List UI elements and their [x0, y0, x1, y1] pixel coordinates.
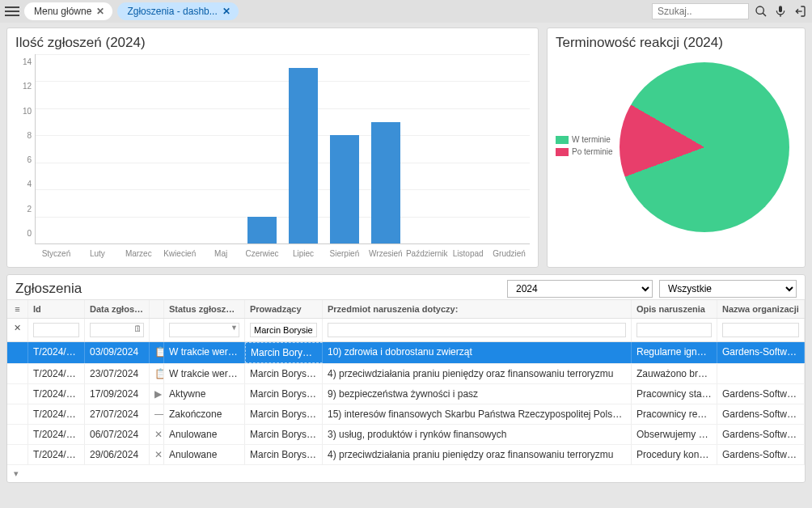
grid-header: ≡ Id Data zgłoszenia Status zgłoszenia▲ …: [7, 299, 805, 319]
x-tick: Wrzesień: [369, 249, 403, 258]
table-row[interactable]: T/2024/07/3103/09/2024📋W trakcie weryfik…: [7, 342, 805, 364]
y-axis: 14121086420: [15, 54, 35, 260]
tab-label: Zgłoszenia - dashb...: [127, 6, 217, 17]
status-icon: ✕: [154, 449, 164, 460]
table-row[interactable]: T/2024/07/6017/09/2024▶AktywneMarcin Bor…: [7, 384, 805, 404]
table-row[interactable]: T/2024/07/4623/07/2024📋W trakcie weryfik…: [7, 364, 805, 384]
chart-title: Terminowość reakcji (2024): [556, 35, 797, 51]
filter-subject[interactable]: [328, 323, 626, 337]
bar: [330, 135, 359, 243]
menu-icon[interactable]: [5, 4, 19, 19]
filter-lead[interactable]: [250, 323, 317, 337]
year-select[interactable]: 2024: [507, 280, 653, 298]
mic-icon[interactable]: [773, 4, 788, 19]
filter-status[interactable]: [169, 323, 239, 337]
table-row[interactable]: T/2024/07/4106/07/2024✕AnulowaneMarcin B…: [7, 425, 805, 445]
svg-line-1: [763, 13, 766, 16]
legend-item: Po terminie: [556, 147, 613, 156]
status-icon: ▶: [154, 388, 164, 400]
bar-chart-card: Ilość zgłoszeń (2024) 14121086420 Stycze…: [6, 28, 539, 268]
tab-dashboard[interactable]: Zgłoszenia - dashb... ✕: [117, 2, 238, 20]
grid-body: T/2024/07/3103/09/2024📋W trakcie weryfik…: [7, 342, 805, 465]
chevron-down-icon[interactable]: ▼: [230, 324, 238, 332]
x-tick: Marzec: [125, 249, 152, 258]
clear-filter-icon[interactable]: ✕: [7, 319, 28, 341]
filter-desc[interactable]: [636, 323, 712, 337]
status-icon: —: [154, 409, 164, 420]
x-tick: Sierpień: [330, 249, 360, 258]
chart-area: StyczeńLutyMarzecKwiecieńMajCzerwiecLipi…: [35, 54, 530, 244]
pie-legend: W terminiePo terminie: [556, 135, 613, 159]
expand-row[interactable]: ▾: [7, 465, 805, 482]
chart-title: Ilość zgłoszeń (2024): [15, 35, 530, 51]
close-icon[interactable]: ✕: [96, 6, 104, 17]
status-icon: 📋: [154, 368, 164, 379]
search-input[interactable]: [652, 3, 749, 19]
col-status[interactable]: Status zgłoszenia▲: [164, 300, 245, 318]
status-icon: ✕: [154, 429, 164, 440]
x-tick: Czerwiec: [246, 249, 279, 258]
row-options-icon[interactable]: ≡: [7, 300, 28, 318]
filter-row: ✕ 🗓 ▼: [7, 319, 805, 342]
search-icon[interactable]: [754, 4, 768, 19]
table-row[interactable]: T/2024/07/2629/06/2024✕AnulowaneMarcin B…: [7, 445, 805, 465]
col-lead[interactable]: Prowadzący: [245, 300, 323, 318]
col-org[interactable]: Nazwa organizacji: [717, 300, 805, 318]
calendar-icon[interactable]: 🗓: [133, 324, 142, 333]
pie-chart: [620, 62, 789, 232]
col-subject[interactable]: Przedmiot naruszenia dotyczy:: [323, 300, 632, 318]
x-tick: Luty: [90, 249, 105, 258]
top-toolbar: Menu główne ✕ Zgłoszenia - dashb... ✕: [0, 0, 812, 23]
legend-item: W terminie: [556, 135, 613, 144]
close-icon[interactable]: ✕: [222, 6, 230, 17]
bar: [289, 68, 318, 243]
x-tick: Styczeń: [42, 249, 71, 258]
x-tick: Listopad: [453, 249, 484, 258]
tab-label: Menu główne: [34, 6, 91, 17]
svg-rect-2: [779, 6, 782, 12]
table-panel: Zgłoszenia 2024 Wszystkie ≡ Id Data zgło…: [6, 274, 806, 483]
scope-select[interactable]: Wszystkie: [659, 280, 797, 298]
col-id[interactable]: Id: [28, 300, 85, 318]
pie-chart-card: Terminowość reakcji (2024) W terminiePo …: [547, 28, 806, 268]
x-tick: Maj: [214, 249, 227, 258]
tab-main-menu[interactable]: Menu główne ✕: [24, 2, 112, 20]
table-title: Zgłoszenia: [15, 281, 501, 297]
svg-point-0: [756, 6, 763, 14]
x-tick: Październik: [406, 249, 448, 258]
col-date[interactable]: Data zgłoszenia: [85, 300, 150, 318]
x-tick: Grudzień: [493, 249, 526, 258]
bar: [371, 122, 400, 243]
bar: [247, 217, 277, 243]
filter-id[interactable]: [33, 323, 79, 337]
x-tick: Kwiecień: [163, 249, 196, 258]
status-icon: 📋: [154, 346, 164, 358]
logout-icon[interactable]: [793, 4, 807, 19]
col-status-icon[interactable]: [150, 300, 164, 318]
filter-org[interactable]: [722, 323, 799, 337]
table-row[interactable]: T/2024/07/3627/07/2024—ZakończoneMarcin …: [7, 404, 805, 425]
x-tick: Lipiec: [293, 249, 314, 258]
col-desc[interactable]: Opis naruszenia: [632, 300, 717, 318]
